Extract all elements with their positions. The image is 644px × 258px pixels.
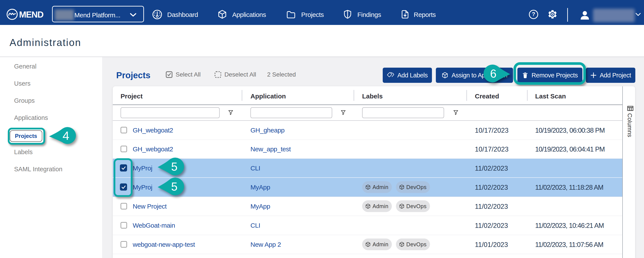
svg-text:5: 5 [171,160,177,173]
svg-text:4: 4 [62,129,69,142]
svg-text:5: 5 [171,180,177,193]
svg-text:?: ? [532,11,535,17]
svg-text:6: 6 [490,67,496,80]
